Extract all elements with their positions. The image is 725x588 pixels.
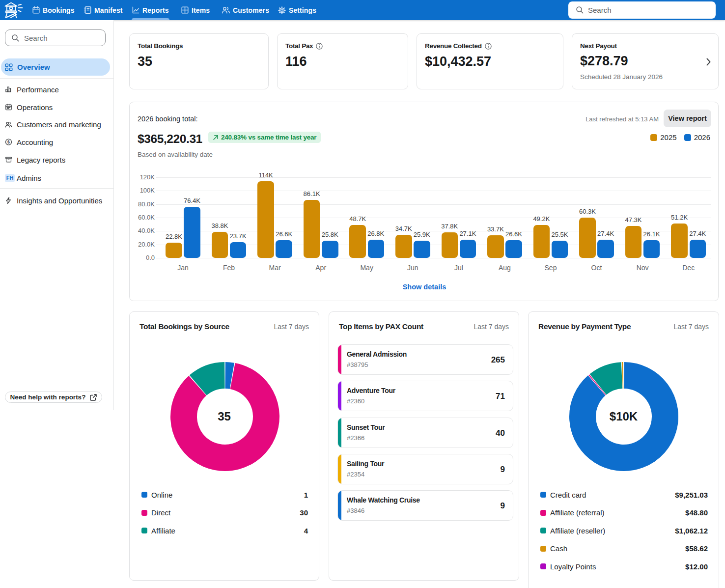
svg-text:$: $ bbox=[7, 140, 10, 144]
